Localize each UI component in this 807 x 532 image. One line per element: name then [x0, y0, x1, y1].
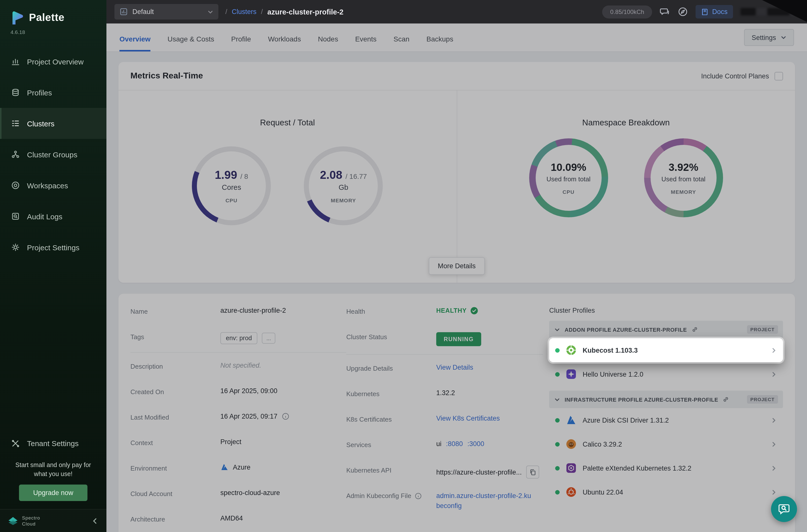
topbar: Default / Clusters / azure-cluster-profi… — [107, 0, 807, 23]
brand-line2: Cloud — [22, 521, 36, 526]
breadcrumb: / Clusters / azure-cluster-profile-2 — [225, 8, 343, 16]
sidebar-item-label: Audit Logs — [27, 212, 62, 221]
usage-quota-pill: 0.85/100kCh — [602, 5, 652, 18]
sidebar-item-clusters[interactable]: Clusters — [0, 108, 107, 139]
palette-app: Palette 4.6.18 Project Overview Profiles — [0, 0, 807, 532]
project-chart-icon — [119, 7, 128, 16]
profile-item-kubecost[interactable]: Kubecost 1.103.3 — [549, 338, 783, 362]
upgrade-now-button[interactable]: Upgrade now — [19, 484, 88, 501]
sidebar-item-label: Clusters — [27, 119, 54, 128]
breadcrumb-separator: / — [261, 8, 263, 16]
sidebar-item-project-overview[interactable]: Project Overview — [0, 46, 107, 77]
status-dot-green — [555, 348, 560, 353]
sidebar-item-label: Project Overview — [27, 57, 84, 66]
kubecost-icon — [566, 345, 577, 356]
target-icon — [11, 181, 20, 190]
chat-icon[interactable] — [660, 6, 670, 17]
help-search-fab[interactable] — [771, 496, 797, 522]
book-icon — [701, 8, 709, 16]
sidebar-item-label: Workspaces — [27, 181, 68, 190]
project-selector-value: Default — [132, 8, 154, 16]
sidebar-item-label: Cluster Groups — [27, 150, 77, 158]
spotlight-dim-overlay — [107, 23, 807, 532]
logo-row: Palette — [0, 0, 107, 28]
layers-icon — [11, 88, 20, 97]
profile-item-name: Kubecost 1.103.3 — [583, 346, 638, 354]
sidebar-item-profiles[interactable]: Profiles — [0, 77, 107, 108]
nodes-graph-icon — [11, 150, 20, 159]
app-name: Palette — [29, 12, 64, 23]
breadcrumb-clusters-link[interactable]: Clusters — [232, 8, 257, 16]
sidebar-bottom: Tenant Settings Start small and only pay… — [0, 430, 107, 532]
sidebar-item-label: Profiles — [27, 88, 52, 97]
sidebar-item-project-settings[interactable]: Project Settings — [0, 232, 107, 263]
chevron-right-icon — [771, 347, 777, 354]
sidebar-nav: Project Overview Profiles Clusters Clust… — [0, 46, 107, 263]
chevron-down-icon — [207, 9, 213, 15]
breadcrumb-current-cluster: azure-cluster-profile-2 — [267, 8, 343, 16]
audit-search-icon — [11, 212, 20, 221]
clusters-list-icon — [11, 119, 20, 128]
search-bubble-icon — [777, 502, 790, 515]
palette-logo-icon — [10, 10, 24, 25]
breadcrumb-separator: / — [225, 8, 227, 16]
brand-name: Spectro Cloud — [22, 515, 40, 527]
sidebar-item-workspaces[interactable]: Workspaces — [0, 170, 107, 201]
sidebar-item-cluster-groups[interactable]: Cluster Groups — [0, 139, 107, 170]
app-version: 4.6.18 — [0, 28, 107, 35]
sidebar: Palette 4.6.18 Project Overview Profiles — [0, 0, 107, 532]
tools-icon — [11, 439, 20, 448]
corner-cursor-artifact — [762, 0, 807, 22]
docs-button[interactable]: Docs — [696, 5, 733, 18]
sidebar-item-label: Project Settings — [27, 243, 79, 251]
project-selector[interactable]: Default — [114, 4, 218, 19]
compass-icon[interactable] — [678, 6, 688, 17]
sidebar-item-tenant-settings[interactable]: Tenant Settings — [0, 430, 107, 458]
gear-icon — [11, 243, 20, 252]
sidebar-item-audit-logs[interactable]: Audit Logs — [0, 201, 107, 232]
upgrade-promo-text: Start small and only pay for what you us… — [0, 458, 107, 484]
sidebar-item-label: Tenant Settings — [27, 439, 79, 448]
spectro-cloud-logo-icon — [8, 516, 18, 525]
bar-chart-icon — [11, 57, 20, 66]
sidebar-collapse-button[interactable] — [91, 517, 98, 524]
brand-line1: Spectro — [22, 515, 40, 520]
docs-label: Docs — [712, 8, 728, 16]
brand-footer: Spectro Cloud — [0, 509, 107, 532]
